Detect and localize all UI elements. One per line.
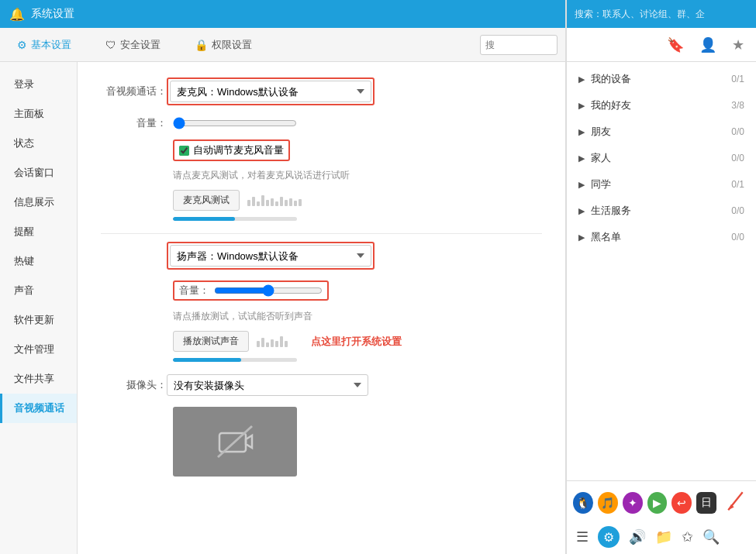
group-count-5: 0/0: [731, 205, 744, 216]
group-classmates[interactable]: ▶ 同学 0/1: [567, 171, 756, 198]
app-icon-2[interactable]: 🎵: [598, 492, 618, 514]
nav-software-update[interactable]: 软件更新: [0, 305, 77, 335]
group-label-5: 生活服务: [591, 204, 731, 218]
speaker-progress-fill: [173, 358, 241, 362]
star-icon[interactable]: ★: [732, 36, 744, 53]
settings-search-input[interactable]: [480, 35, 558, 55]
audio-bar-5: [266, 200, 269, 206]
contact-groups: ▶ 我的设备 0/1 ▶ 我的好友 3/8 ▶ 朋友 0/0 ▶ 家人 0/0 …: [567, 62, 756, 480]
microphone-select[interactable]: 麦克风：Windows默认设备: [170, 81, 371, 102]
app-icon-3[interactable]: ✦: [623, 492, 643, 514]
nav-av-call[interactable]: 音视频通话: [0, 394, 77, 423]
saudio-bar-6: [280, 336, 283, 347]
group-count-1: 3/8: [731, 100, 744, 111]
bookmark-action-icon[interactable]: ✩: [682, 528, 693, 545]
group-my-friends[interactable]: ▶ 我的好友 3/8: [567, 92, 756, 119]
folder-icon[interactable]: 📁: [655, 528, 672, 545]
tab-permissions[interactable]: 🔒 权限设置: [185, 32, 261, 58]
audio-bar-12: [299, 199, 302, 206]
audio-bar-7: [275, 201, 278, 206]
person-icon[interactable]: 👤: [699, 36, 716, 53]
settings-gear-button[interactable]: ⚙: [598, 526, 620, 548]
group-life-services[interactable]: ▶ 生活服务 0/0: [567, 198, 756, 224]
auto-adjust-label: 自动调节麦克风音量: [193, 143, 284, 157]
titlebar: 🔔 系统设置: [0, 0, 565, 28]
mic-hint-text: 请点麦克风测试，对着麦克风说话进行试听: [173, 169, 542, 182]
arrow-annotation: [721, 487, 750, 518]
app-icon-6[interactable]: 日: [696, 492, 716, 514]
nav-file-share[interactable]: 文件共享: [0, 364, 77, 394]
chevron-right-icon-1: ▶: [578, 101, 585, 111]
camera-preview: [173, 407, 297, 477]
tab-security[interactable]: 🛡 安全设置: [96, 32, 170, 58]
app-title: 系统设置: [31, 7, 74, 21]
audio-bar-6: [271, 198, 274, 206]
nav-file-mgmt[interactable]: 文件管理: [0, 335, 77, 364]
right-header-icons: 🔖 👤 ★: [567, 28, 756, 62]
saudio-bar-3: [266, 342, 269, 347]
microphone-volume-row: 音量：: [101, 116, 542, 130]
volume-label: 音量：: [101, 116, 167, 130]
no-camera-icon: [216, 422, 254, 461]
group-label-4: 同学: [591, 177, 731, 191]
auto-adjust-checkbox[interactable]: [179, 146, 189, 156]
annotation-text: 点这里打开系统设置: [311, 335, 402, 349]
microphone-dropdown-wrapper: 麦克风：Windows默认设备: [167, 77, 375, 105]
audio-bar-4: [261, 195, 264, 206]
speaker-volume-slider[interactable]: [214, 284, 323, 297]
right-panel: 搜索：联系人、讨论组、群、企 🔖 👤 ★ ▶ 我的设备 0/1 ▶ 我的好友 3…: [566, 0, 756, 554]
menu-icon[interactable]: ☰: [576, 528, 589, 545]
audio-bar-8: [280, 197, 283, 206]
audio-bar-3: [257, 201, 260, 206]
volume-icon[interactable]: 🔊: [629, 528, 646, 545]
shield-tab-icon: 🛡: [105, 39, 116, 51]
nav-chat-window[interactable]: 会话窗口: [0, 158, 77, 188]
speaker-test-row: 播放测试声音 点这里打开系统设置: [173, 331, 542, 352]
speaker-test-button[interactable]: 播放测试声音: [173, 331, 249, 352]
left-nav: 登录 主面板 状态 会话窗口 信息展示 提醒 热键 声音: [0, 62, 78, 554]
speaker-select[interactable]: 扬声器：Windows默认设备: [170, 245, 371, 267]
nav-hotkeys[interactable]: 热键: [0, 246, 77, 276]
audio-bar-11: [294, 201, 297, 206]
chevron-right-icon-5: ▶: [578, 206, 585, 216]
saudio-bar-4: [271, 339, 274, 347]
nav-reminder[interactable]: 提醒: [0, 217, 77, 246]
nav-status[interactable]: 状态: [0, 129, 77, 158]
group-label-3: 家人: [591, 151, 731, 165]
bell-icon: 🔔: [9, 7, 25, 22]
group-friends[interactable]: ▶ 朋友 0/0: [567, 119, 756, 145]
av-section-label: 音视频通话：: [101, 84, 167, 98]
saudio-bar-2: [261, 338, 264, 347]
auto-adjust-wrapper: 自动调节麦克风音量: [173, 139, 290, 161]
group-blacklist[interactable]: ▶ 黑名单 0/0: [567, 224, 756, 250]
audio-bar-9: [285, 200, 288, 206]
nav-info-display[interactable]: 信息展示: [0, 188, 77, 217]
mic-progress-fill: [173, 217, 235, 221]
group-count-0: 0/1: [731, 74, 744, 84]
camera-row: 摄像头： 没有安装摄像头: [101, 374, 542, 396]
nav-sound[interactable]: 声音: [0, 276, 77, 305]
group-my-devices[interactable]: ▶ 我的设备 0/1: [567, 66, 756, 92]
microphone-volume-slider[interactable]: [173, 117, 297, 129]
mic-audio-bars: [247, 195, 302, 206]
search-action-icon[interactable]: 🔍: [702, 528, 720, 545]
speaker-dropdown-wrapper: 扬声器：Windows默认设备: [167, 242, 375, 270]
nav-login[interactable]: 登录: [0, 70, 77, 99]
app-icon-5[interactable]: ↩: [671, 492, 692, 514]
chevron-right-icon-2: ▶: [578, 127, 585, 137]
saudio-bar-5: [275, 341, 278, 347]
app-icons-row: 🐧 🎵 ✦ ▶ ↩ 日: [573, 486, 750, 520]
app-icon-4[interactable]: ▶: [647, 492, 668, 514]
camera-select[interactable]: 没有安装摄像头: [167, 374, 368, 396]
group-count-3: 0/0: [731, 153, 744, 163]
gear-tab-icon: ⚙: [17, 39, 27, 51]
group-family[interactable]: ▶ 家人 0/0: [567, 145, 756, 171]
nav-dashboard[interactable]: 主面板: [0, 99, 77, 129]
tab-basic[interactable]: ⚙ 基本设置: [8, 32, 81, 58]
bookmark-icon[interactable]: 🔖: [667, 36, 684, 53]
speaker-row: 扬声器：Windows默认设备: [101, 242, 542, 270]
speaker-audio-bars: [257, 336, 288, 347]
app-icon-1[interactable]: 🐧: [573, 492, 593, 514]
mic-test-button[interactable]: 麦克风测试: [173, 190, 240, 211]
group-label-1: 我的好友: [591, 98, 731, 112]
